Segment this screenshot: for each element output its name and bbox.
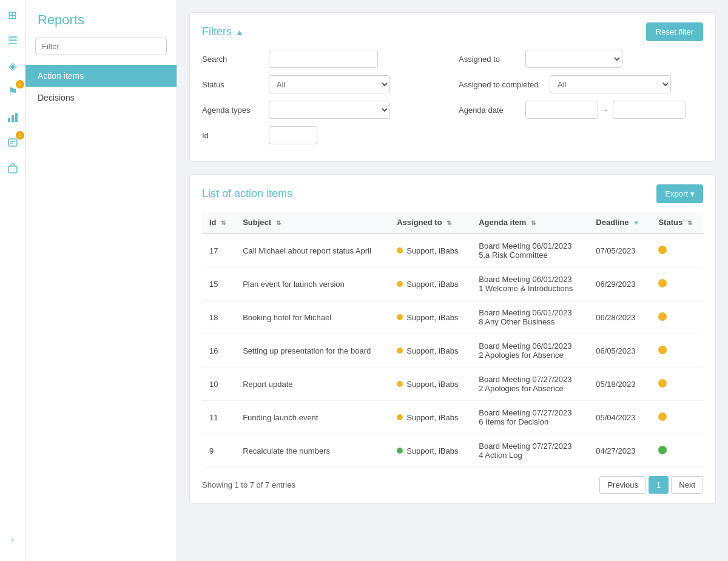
export-button[interactable]: Export ▾ <box>656 184 703 203</box>
col-id[interactable]: Id ⇅ <box>202 212 235 233</box>
agenda-line1: Board Meeting 06/01/2023 <box>479 275 581 284</box>
cell-deadline: 06/29/2023 <box>588 267 651 301</box>
agenda-date-from[interactable] <box>525 101 598 119</box>
status-select[interactable]: All In Progress Completed <box>269 75 390 93</box>
filter-row-2: Status All In Progress Completed Assigne… <box>202 75 703 93</box>
chart-icon[interactable] <box>4 108 22 126</box>
id-label: Id <box>202 131 263 140</box>
table-row: 11 Funding launch event Support, iBabs B… <box>202 401 703 434</box>
agenda-line1: Board Meeting 06/01/2023 <box>479 308 581 317</box>
filter-group-agenda-date: Agenda date - <box>459 101 703 119</box>
agenda-date-to[interactable] <box>613 101 686 119</box>
cell-subject: Report update <box>235 368 389 401</box>
cell-id: 17 <box>202 233 235 267</box>
cell-subject: Recalculate the numbers <box>235 434 389 468</box>
filters-title-text: Filters <box>202 25 232 38</box>
agenda-line1: Board Meeting 06/01/2023 <box>479 341 581 351</box>
date-separator: - <box>604 106 607 115</box>
cell-subject: Call Michael about report status April <box>235 233 389 267</box>
agenda-line1: Board Meeting 07/27/2023 <box>479 375 581 384</box>
previous-button[interactable]: Previous <box>599 476 646 494</box>
assigned-completed-select[interactable]: All <box>550 75 671 93</box>
main-content: Filters ▲ Reset filter Search Assigned t… <box>177 0 728 561</box>
col-deadline[interactable]: Deadline ▼ <box>588 212 651 233</box>
filters-chevron-icon: ▲ <box>235 27 244 37</box>
box-icon[interactable]: ◈ <box>4 57 22 75</box>
cell-status <box>651 434 703 468</box>
sidebar-toggle[interactable]: › <box>4 531 22 549</box>
reset-filter-button[interactable]: Reset filter <box>646 22 703 41</box>
filter-group-id: Id <box>202 126 703 144</box>
action-items-table: Id ⇅ Subject ⇅ Assigned to ⇅ Agenda item… <box>202 212 703 468</box>
assigned-dot <box>397 381 403 387</box>
assigned-name: Support, iBabs <box>406 346 458 355</box>
status-dot <box>658 246 667 254</box>
col-agenda-item[interactable]: Agenda item ⇅ <box>471 212 588 233</box>
agenda-line2: 1 Welcome & Introductions <box>479 284 581 293</box>
cell-subject: Plan event for launch version <box>235 267 389 301</box>
bag-icon[interactable] <box>4 159 22 177</box>
agenda-types-select[interactable] <box>269 101 390 119</box>
cell-deadline: 05/04/2023 <box>588 401 651 434</box>
cell-agenda-item: Board Meeting 07/27/2023 2 Apologies for… <box>471 368 588 401</box>
table-header: List of action items Export ▾ <box>202 184 703 203</box>
assigned-dot <box>397 348 403 354</box>
nav-item-action-items[interactable]: Action items <box>25 65 177 87</box>
page-1-button[interactable]: 1 <box>649 476 669 494</box>
svg-rect-2 <box>15 113 18 122</box>
flag-icon[interactable]: ⚑ 1 <box>4 82 22 101</box>
grid-icon[interactable]: ⊞ <box>4 6 22 24</box>
badge-icon[interactable]: 1 <box>4 133 22 152</box>
cell-status <box>651 301 703 334</box>
cell-assigned-to: Support, iBabs <box>389 267 471 301</box>
status-dot <box>658 279 667 287</box>
cell-id: 15 <box>202 267 235 301</box>
cell-deadline: 05/18/2023 <box>588 368 651 401</box>
pagination-controls: Previous 1 Next <box>599 476 703 494</box>
agenda-line2: 2 Apologies for Absence <box>479 351 581 360</box>
table-row: 10 Report update Support, iBabs Board Me… <box>202 368 703 401</box>
assigned-name: Support, iBabs <box>406 280 458 289</box>
assigned-to-select[interactable]: Support, iBabs <box>525 50 622 68</box>
list-icon[interactable]: ☰ <box>4 32 22 50</box>
id-input[interactable] <box>269 126 317 144</box>
col-status[interactable]: Status ⇅ <box>651 212 703 233</box>
nav-item-decisions[interactable]: Decisions <box>25 87 177 109</box>
cell-status <box>651 368 703 401</box>
search-label: Search <box>202 55 263 64</box>
assigned-name: Support, iBabs <box>406 380 458 389</box>
agenda-date-label: Agenda date <box>459 106 519 115</box>
table-header-row: Id ⇅ Subject ⇅ Assigned to ⇅ Agenda item… <box>202 212 703 233</box>
assigned-dot <box>397 448 403 454</box>
cell-agenda-item: Board Meeting 06/01/2023 2 Apologies for… <box>471 334 588 368</box>
table-title: List of action items <box>202 187 292 200</box>
assigned-dot <box>397 247 403 254</box>
col-assigned-to[interactable]: Assigned to ⇅ <box>389 212 471 233</box>
cell-agenda-item: Board Meeting 07/27/2023 4 Action Log <box>471 434 588 468</box>
cell-deadline: 04/27/2023 <box>588 434 651 468</box>
cell-agenda-item: Board Meeting 06/01/2023 8 Any Other Bus… <box>471 301 588 334</box>
table-section: List of action items Export ▾ Id ⇅ Subje… <box>189 174 716 504</box>
nav-filter-input[interactable] <box>35 38 167 55</box>
search-input[interactable] <box>269 50 378 68</box>
left-nav-title: Reports <box>25 12 177 38</box>
filters-section: Filters ▲ Reset filter Search Assigned t… <box>189 12 716 162</box>
filter-row-3: Agenda types Agenda date - <box>202 101 703 119</box>
table-row: 16 Setting up presentation for the board… <box>202 334 703 368</box>
assigned-dot <box>397 414 403 420</box>
table-row: 17 Call Michael about report status Apri… <box>202 233 703 267</box>
filters-title: Filters ▲ <box>202 25 244 38</box>
agenda-line2: 4 Action Log <box>479 451 581 460</box>
assigned-name: Support, iBabs <box>406 446 458 455</box>
next-button[interactable]: Next <box>671 476 703 494</box>
col-subject[interactable]: Subject ⇅ <box>235 212 389 233</box>
cell-id: 9 <box>202 434 235 468</box>
filter-row-1: Search Assigned to Support, iBabs <box>202 50 703 68</box>
cell-deadline: 06/05/2023 <box>588 334 651 368</box>
status-dot <box>658 412 667 421</box>
filter-group-agenda-types: Agenda types <box>202 101 447 119</box>
cell-status <box>651 334 703 368</box>
status-label: Status <box>202 80 263 89</box>
cell-subject: Setting up presentation for the board <box>235 334 389 368</box>
cell-assigned-to: Support, iBabs <box>389 301 471 334</box>
